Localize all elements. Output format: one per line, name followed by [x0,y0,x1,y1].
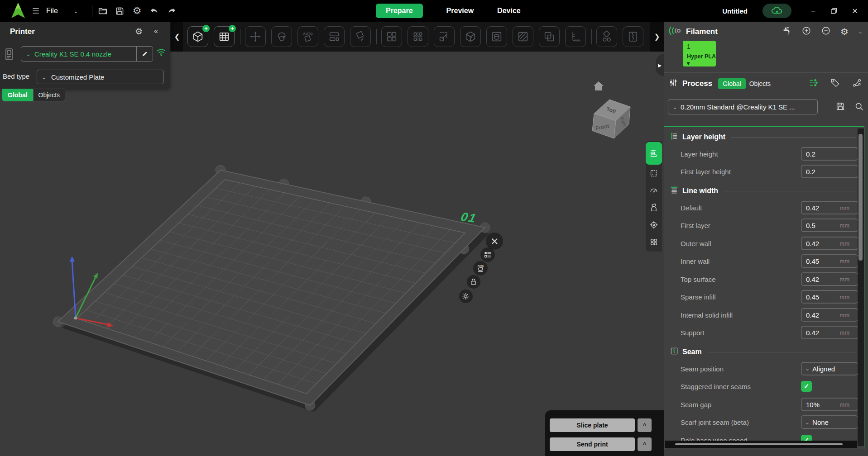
process-tab-global[interactable]: Global [718,78,745,89]
printer-select[interactable]: ⌄ Creality K1 SE 0.4 nozzle [21,46,153,62]
printer-settings-gear-icon[interactable]: ⚙ [135,26,143,37]
divider [92,5,92,17]
setting-input[interactable]: 0.42 mm [801,308,858,321]
settings-tab-advanced[interactable] [646,233,662,251]
file-menu[interactable]: File [46,7,58,15]
setting-select[interactable]: ⌄ Aligned [801,362,858,375]
measure-button[interactable] [565,26,586,47]
lay-flat-button[interactable] [350,26,371,47]
wifi-icon[interactable] [156,48,167,59]
process-tab-objects[interactable]: Objects [749,80,771,87]
tab-preview[interactable]: Preview [446,7,474,15]
sidebar-collapse-handle[interactable]: ▶ [656,54,664,76]
setting-input[interactable]: 0.2 [801,165,858,178]
add-model-button[interactable]: + [187,26,208,47]
tab-device[interactable]: Device [497,7,521,15]
boolean-button[interactable] [539,26,560,47]
setting-unit: mm [839,240,849,247]
settings-gear-icon[interactable]: ⚙ [130,4,144,18]
setting-input[interactable]: 10% mm [801,398,858,411]
settings-tab-speed[interactable] [646,182,662,199]
scale-button[interactable] [324,26,345,47]
auto-arrange-button[interactable] [434,26,455,47]
label-objects-icon[interactable] [830,78,840,90]
filament-collapse-icon[interactable]: ⌄ [858,28,863,35]
arrange-settings-button[interactable] [408,26,428,47]
plate-lock-button[interactable] [467,275,480,289]
texture-button[interactable] [513,26,533,47]
section-header-layer-height[interactable]: Layer height [664,129,864,145]
parameter-table-icon[interactable] [808,78,818,90]
slice-plate-button[interactable]: Slice plate [550,418,635,432]
process-preset-select[interactable]: ⌄ 0.20mm Standard @Creality K1 SE ... [668,99,818,114]
setting-input[interactable]: 0.45 mm [801,255,858,268]
bed-type-select[interactable]: ⌄ Customized Plate [37,70,164,84]
slice-options-button[interactable]: ^ [638,418,652,432]
paint-seam-button[interactable] [460,26,481,47]
split-button[interactable] [596,26,617,47]
rotate-button[interactable] [271,26,292,47]
save-icon[interactable] [113,4,127,18]
toolbar-collapse-left[interactable]: ❮ [171,22,183,52]
minimize-button[interactable]: – [806,4,820,18]
plate-settings-button[interactable] [459,290,473,303]
file-menu-chevron-icon[interactable]: ⌄ [73,8,78,14]
settings-tab-quality[interactable] [646,142,662,165]
vertical-scrollbar[interactable] [858,128,864,446]
compare-presets-icon[interactable] [852,78,862,90]
settings-tab-strength[interactable] [646,165,662,182]
setting-input[interactable]: 0.42 mm [801,272,858,285]
setting-label: First layer [681,222,710,229]
printer-scope-objects[interactable]: Objects [33,89,65,101]
add-filament-icon[interactable] [801,26,811,38]
maximize-button[interactable] [827,4,841,18]
settings-tab-others[interactable] [646,216,662,233]
plate-auto-arrange-button[interactable]: AUTO [473,261,488,276]
section-header-seam[interactable]: Seam [664,344,864,360]
plate-object-list-button[interactable] [480,247,495,262]
setting-input[interactable]: 0.5 mm [801,219,858,232]
auto-orient-button[interactable]: AUTO [297,26,318,47]
filament-slot-chip[interactable]: 1 Hyper PLA ▾ [683,41,716,66]
filament-settings-gear-icon[interactable]: ⚙ [840,26,849,37]
search-settings-icon[interactable] [854,102,864,113]
setting-value: Aligned [812,365,835,372]
toolbar-expand-right[interactable]: ❯ [650,22,664,52]
setting-row: Scarf joint seam (beta) ⌄ None [664,413,864,432]
remove-filament-icon[interactable] [821,26,831,38]
setting-input[interactable]: 0.42 mm [801,201,858,214]
setting-input[interactable]: 0.2 [801,147,858,160]
send-print-button[interactable]: Send print [550,437,635,451]
close-button[interactable]: ✕ [848,4,862,18]
printer-scope-global[interactable]: Global [2,89,33,101]
setting-select[interactable]: ⌄ None [801,416,858,429]
arrange-button[interactable] [381,26,402,47]
setting-unit: mm [839,311,849,318]
undo-icon[interactable] [148,4,161,18]
tab-prepare[interactable]: Prepare [376,4,423,18]
viewport-3d[interactable]: Top Front Right 01 AUTO [0,52,664,456]
wipe-tower-icon[interactable] [782,26,792,38]
hamburger-menu-icon[interactable] [29,4,43,18]
edit-printer-button[interactable] [136,47,153,61]
paint-support-button[interactable] [486,26,507,47]
setting-checkbox[interactable]: ✓ [801,381,812,392]
printer-panel-collapse-icon[interactable]: « [154,27,158,35]
section-rule [707,352,856,352]
cloud-upload-button[interactable] [762,4,791,18]
open-file-icon[interactable] [96,4,110,18]
section-header-line-width[interactable]: Line width [664,183,864,199]
filament-slot-number: 1 [687,43,716,50]
move-button[interactable] [245,26,266,47]
chevron-down-icon: ⌄ [42,74,47,81]
settings-tab-support[interactable] [646,199,662,216]
setting-input[interactable]: 0.42 mm [801,326,858,339]
horizontal-scrollbar[interactable] [665,441,857,448]
send-options-button[interactable]: ^ [638,437,652,451]
setting-input[interactable]: 0.45 mm [801,290,858,304]
setting-input[interactable]: 0.42 mm [801,237,858,250]
cut-button[interactable] [623,26,643,47]
save-preset-icon[interactable] [835,101,845,113]
add-plate-button[interactable]: + [214,26,235,47]
redo-icon[interactable] [165,4,178,18]
